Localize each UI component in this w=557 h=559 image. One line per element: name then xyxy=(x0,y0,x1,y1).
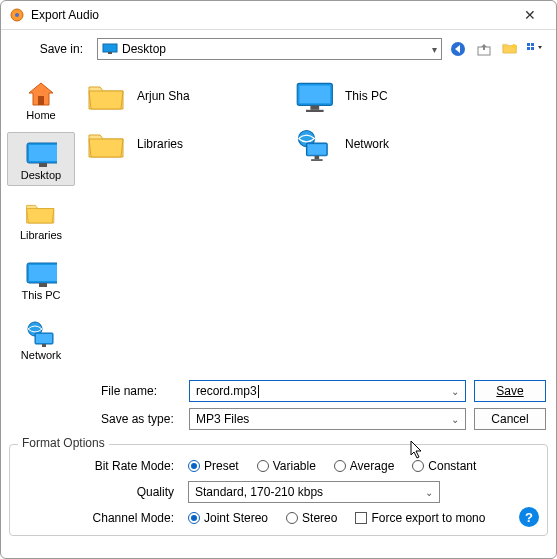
save-as-type-label: Save as type: xyxy=(11,412,181,426)
file-item[interactable]: Network xyxy=(293,122,493,166)
svg-rect-17 xyxy=(527,43,530,46)
save-in-label: Save in: xyxy=(11,42,91,56)
channel-label: Channel Mode: xyxy=(20,511,180,525)
bitrate-variable-radio[interactable]: Variable xyxy=(257,459,316,473)
save-in-value: Desktop xyxy=(122,42,166,56)
home-icon xyxy=(25,79,57,107)
svg-rect-18 xyxy=(531,43,534,46)
desktop-icon xyxy=(102,43,118,55)
svg-rect-12 xyxy=(103,44,117,52)
svg-rect-20 xyxy=(531,47,534,50)
bitrate-constant-radio[interactable]: Constant xyxy=(412,459,476,473)
bitrate-preset-radio[interactable]: Preset xyxy=(188,459,239,473)
view-menu-button[interactable] xyxy=(526,39,546,59)
svg-point-11 xyxy=(15,13,19,17)
file-name-label: File name: xyxy=(11,384,181,398)
format-options-legend: Format Options xyxy=(18,436,109,450)
up-folder-button[interactable] xyxy=(474,39,494,59)
back-button[interactable] xyxy=(448,39,468,59)
save-in-combo[interactable]: Desktop ▾ xyxy=(97,38,442,60)
bitrate-label: Bit Rate Mode: xyxy=(20,459,180,473)
places-sidebar: Home Desktop Libraries This PC Network xyxy=(1,66,81,376)
titlebar: Export Audio ✕ xyxy=(1,1,556,30)
chevron-down-icon: ⌄ xyxy=(451,386,459,397)
svg-point-16 xyxy=(512,44,516,48)
file-item[interactable]: Arjun Sha xyxy=(85,74,285,118)
new-folder-button[interactable] xyxy=(500,39,520,59)
computer-icon xyxy=(295,78,335,114)
sidebar-item-desktop[interactable]: Desktop xyxy=(7,132,75,186)
folder-icon xyxy=(25,199,57,227)
save-button[interactable]: Save xyxy=(474,380,546,402)
sidebar-item-libraries[interactable]: Libraries xyxy=(7,192,75,246)
file-item[interactable]: This PC xyxy=(293,74,493,118)
svg-rect-13 xyxy=(108,52,112,54)
desktop-icon xyxy=(25,139,57,167)
window-title: Export Audio xyxy=(31,8,512,22)
save-as-type-combo[interactable]: MP3 Files ⌄ xyxy=(189,408,466,430)
svg-rect-19 xyxy=(527,47,530,50)
chevron-down-icon: ▾ xyxy=(432,44,437,55)
format-options-group: Format Options Bit Rate Mode: Preset Var… xyxy=(9,444,548,536)
sidebar-item-thispc[interactable]: This PC xyxy=(7,252,75,306)
quality-label: Quality xyxy=(20,485,180,499)
channel-stereo-radio[interactable]: Stereo xyxy=(286,511,337,525)
force-mono-checkbox[interactable]: Force export to mono xyxy=(355,511,485,525)
channel-joint-radio[interactable]: Joint Stereo xyxy=(188,511,268,525)
app-icon xyxy=(9,7,25,23)
network-icon xyxy=(295,126,335,162)
file-name-input[interactable]: record.mp3 ⌄ xyxy=(189,380,466,402)
cursor-icon xyxy=(410,441,424,459)
computer-icon xyxy=(25,259,57,287)
network-icon xyxy=(25,319,57,347)
folder-icon xyxy=(87,126,127,162)
folder-icon xyxy=(87,78,127,114)
bitrate-average-radio[interactable]: Average xyxy=(334,459,394,473)
file-list[interactable]: Arjun Sha This PC Libraries Network xyxy=(81,66,556,376)
quality-combo[interactable]: Standard, 170-210 kbps ⌄ xyxy=(188,481,440,503)
file-item[interactable]: Libraries xyxy=(85,122,285,166)
sidebar-item-network[interactable]: Network xyxy=(7,312,75,366)
chevron-down-icon: ⌄ xyxy=(451,414,459,425)
help-button[interactable]: ? xyxy=(519,507,539,527)
sidebar-item-home[interactable]: Home xyxy=(7,72,75,126)
chevron-down-icon: ⌄ xyxy=(425,487,433,498)
close-button[interactable]: ✕ xyxy=(512,7,548,23)
cancel-button[interactable]: Cancel xyxy=(474,408,546,430)
